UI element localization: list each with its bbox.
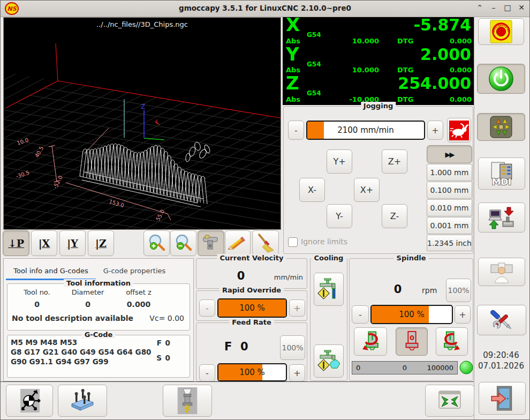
svg-text:MDI: MDI — [492, 177, 512, 186]
dro-axis-y[interactable]: Y G54 2.000 Abs 10.000 DTG 0.000 — [283, 47, 474, 76]
axis-letter: Y — [286, 43, 299, 65]
flood-coolant-button[interactable] — [314, 273, 344, 306]
bar-min: 0 — [352, 364, 389, 372]
view-perspective-button[interactable]: ↓P — [3, 230, 29, 256]
rapid-plus-button[interactable]: + — [289, 299, 305, 317]
feed-override-slider[interactable]: 100 % — [217, 363, 287, 381]
mcode-line: M5 M9 M48 M53 — [11, 338, 77, 347]
dtg-label: DTG — [397, 37, 413, 45]
spindle-stop-button[interactable]: 0 — [396, 327, 428, 356]
fullscreen-icon — [435, 389, 464, 412]
auto-run-icon — [488, 205, 516, 230]
jogging-legend: Jogging — [361, 102, 396, 110]
close-button[interactable]: ✕ — [518, 3, 525, 12]
ignore-limits-checkbox[interactable] — [288, 237, 298, 247]
spindle-cw-button[interactable]: I — [436, 327, 468, 356]
jog-increment-button[interactable]: 1.000 mm — [427, 164, 472, 181]
preview-canvas[interactable]: 10.040.5-30.5-52.0153.055.0 Z — [4, 18, 281, 229]
rapid-minus-button[interactable]: - — [199, 299, 215, 317]
exit-button[interactable] — [479, 382, 526, 415]
tab-tool-info[interactable]: Tool info and G-codes — [6, 262, 96, 280]
jog-pad-icon — [490, 116, 512, 138]
feed-reset-button[interactable]: 100% — [280, 335, 305, 360]
dro-panel[interactable]: X G54 -5.874 Abs 10.000 DTG 0.000 Y G54 … — [283, 17, 474, 105]
svg-text:-30.5: -30.5 — [15, 169, 30, 179]
feed-value: 0 — [240, 340, 248, 353]
view-x-button[interactable]: |X — [31, 230, 57, 256]
tab-gcode-properties[interactable]: G-code properties — [97, 262, 171, 279]
jog-z-plus-button[interactable]: Z+ — [382, 149, 407, 174]
mist-coolant-button[interactable] — [314, 344, 344, 378]
mode-manual-button[interactable] — [477, 113, 525, 141]
mode-mdi-button[interactable]: MDI — [478, 158, 525, 190]
touch-off-icon — [16, 388, 43, 414]
axis-value: 2.000 — [420, 45, 471, 64]
f-word-value: 0 — [165, 339, 170, 347]
tool-change-button[interactable] — [163, 385, 212, 417]
spindle-ccw-button[interactable]: I — [354, 327, 387, 356]
dro-axis-z[interactable]: Z G54 254.000 Abs -10.000 DTG 0.000 — [283, 76, 474, 105]
shade-button[interactable]: ⌃ — [476, 3, 483, 12]
turtle-rabbit-toggle-button[interactable] — [447, 118, 471, 142]
bar-max: 100000 — [421, 364, 457, 372]
toggle-dimensions-button[interactable] — [198, 230, 224, 256]
gremlin-preview[interactable]: 10.040.5-30.5-52.0153.055.0 Z ../../nc_f… — [3, 17, 281, 230]
minimize-button[interactable]: – — [490, 3, 497, 12]
spindle-plus-button[interactable]: + — [455, 305, 471, 324]
jog-increment-continuous-button[interactable]: ▶▶ — [427, 145, 472, 163]
mdi-icon: MDI — [488, 161, 515, 186]
machine-on-button[interactable] — [477, 64, 525, 94]
z-axis-label: Z — [141, 103, 145, 110]
zoom-out-icon — [173, 232, 194, 254]
jog-increment-button[interactable]: 1.2345 inch — [427, 235, 472, 251]
jog-increment-button[interactable]: 0.001 mm — [427, 217, 472, 234]
clear-plot-button[interactable] — [252, 230, 279, 256]
view-z-button[interactable]: |Z — [88, 230, 114, 256]
jog-increment-button[interactable]: 0.100 mm — [427, 182, 472, 199]
touch-off-button[interactable] — [6, 385, 53, 417]
spindle-reset-button[interactable]: 100% — [446, 279, 471, 302]
dro-axis-x[interactable]: X G54 -5.874 Abs 10.000 DTG 0.000 — [283, 17, 474, 47]
jog-x-minus-button[interactable]: X- — [299, 178, 325, 202]
jog-speed-plus-button[interactable]: + — [427, 121, 443, 140]
probe-button[interactable] — [58, 385, 107, 417]
jog-speed-minus-button[interactable]: - — [288, 121, 304, 140]
spindle-stop-icon: 0 — [402, 330, 421, 354]
user-settings-button[interactable] — [478, 258, 525, 286]
edit-offsets-button[interactable] — [225, 230, 251, 256]
jog-z-minus-button[interactable]: Z- — [382, 204, 407, 228]
rapid-override-slider[interactable]: 100 % — [217, 298, 287, 318]
titlebar[interactable]: NS gmoccapy 3.5.1 for LinuxCNC 2.10.0~pr… — [1, 1, 529, 17]
jog-speed-slider[interactable]: 2100 mm/min — [306, 121, 425, 140]
jog-x-plus-button[interactable]: X+ — [354, 178, 380, 202]
spindle-override-slider[interactable]: 100 % — [370, 305, 453, 324]
offset-z-value: 0.000 — [115, 300, 163, 309]
spindle-at-speed-led — [459, 361, 473, 374]
spindle-minus-button[interactable]: - — [352, 305, 369, 324]
fullscreen-toggle-button[interactable] — [425, 385, 474, 417]
spindle-cw-icon: I — [438, 330, 466, 354]
maximize-button[interactable]: □ — [504, 3, 511, 12]
zoom-in-button[interactable] — [143, 230, 170, 256]
zoom-out-button[interactable] — [170, 230, 196, 256]
tools-icon — [487, 308, 517, 333]
jog-y-minus-button[interactable]: Y- — [327, 204, 352, 228]
tool-no-header: Tool no. — [13, 288, 61, 296]
settings-button[interactable] — [477, 305, 526, 335]
jog-increment-button[interactable]: 0.010 mm — [427, 199, 472, 216]
bottom-divider — [1, 381, 474, 382]
user-icon — [489, 261, 514, 283]
jog-y-plus-button[interactable]: Y+ — [327, 149, 352, 174]
rapid-override-value: 100 % — [218, 303, 286, 313]
feed-override-value: 100 % — [218, 368, 286, 377]
tool-information-legend: Tool information — [64, 279, 133, 287]
estop-button[interactable]: Emergency-Stop — [478, 18, 524, 45]
view-y-button[interactable]: |Y — [59, 230, 86, 256]
tool-information-frame: Tool information Tool no. Diameter offse… — [7, 283, 190, 331]
dtg-value: 0.000 — [450, 95, 472, 103]
feed-minus-button[interactable]: - — [199, 364, 215, 381]
mode-auto-button[interactable] — [478, 202, 525, 232]
flood-coolant-icon — [317, 276, 340, 302]
feed-plus-button[interactable]: + — [289, 364, 305, 381]
dimensions-tool-icon — [200, 233, 222, 253]
